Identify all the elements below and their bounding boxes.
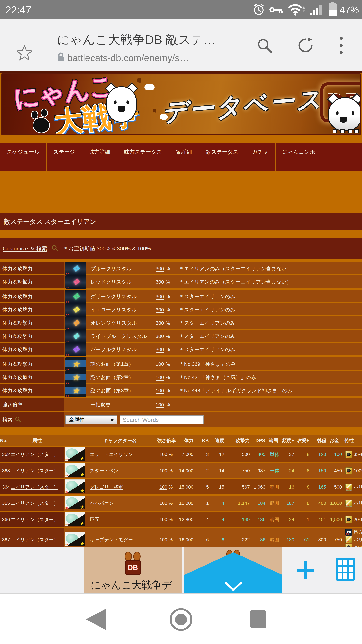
enemy-frequency: 24	[289, 468, 297, 474]
enemy-kb: 2	[206, 468, 212, 474]
enemy-multiplier-link[interactable]: 100	[159, 484, 167, 490]
enemy-kb: 5	[206, 484, 212, 490]
enemy-speed: 14	[219, 468, 227, 474]
enemy-range-type: 範囲	[270, 536, 279, 543]
android-navigation-bar	[0, 593, 362, 644]
enemy-multiplier-link[interactable]: 100	[159, 468, 167, 473]
treasure-percent-link[interactable]: 300	[156, 294, 164, 299]
enemy-multiplier-link[interactable]: 100	[159, 537, 167, 542]
back-button[interactable]	[86, 609, 106, 630]
treasure-row: 体力＆攻撃力 ❖ DB レッドクリスタル 300 % ＊エイリアンの	[0, 275, 362, 288]
enemy-name-link[interactable]: エリートエイリワン	[86, 451, 153, 458]
column-header[interactable]: 体力	[184, 438, 196, 444]
enemy-reach: 150	[318, 468, 329, 474]
treasure-name: 謎のお面（第1章）	[87, 361, 154, 368]
enemy-name-link[interactable]: キャプテン・モグー	[86, 536, 153, 543]
column-header[interactable]: KB	[202, 438, 212, 443]
overflow-menu-icon[interactable]	[339, 20, 343, 72]
treasure-percent-link[interactable]: 300	[156, 307, 164, 312]
enemy-money: 450	[334, 468, 345, 474]
db-watermark: DB	[346, 456, 349, 458]
enemy-range-type: 範囲	[270, 500, 279, 506]
enemy-dps: 937	[258, 468, 268, 474]
enemy-multiplier-link[interactable]: 100	[159, 452, 167, 457]
column-header[interactable]: 射程	[317, 438, 329, 444]
enemy-multiplier-link[interactable]: 100	[159, 517, 167, 522]
column-header[interactable]: お金	[329, 438, 345, 444]
enemy-attribute-link[interactable]: エイリアン（スター）	[11, 536, 64, 543]
db-watermark: DB	[346, 504, 349, 506]
enemy-attribute-link[interactable]: エイリアン（スター）	[11, 484, 64, 490]
db-watermark: DB	[65, 523, 68, 526]
treasure-percent-link[interactable]: 300	[156, 279, 164, 285]
attribute-select[interactable]: 全属性	[65, 415, 117, 424]
tab-switcher-button[interactable]	[336, 558, 355, 581]
nav-item[interactable]: ガチャ	[245, 142, 276, 171]
paw-print-icon	[31, 110, 56, 135]
enemy-no: 364	[0, 484, 11, 490]
treasure-percent-link[interactable]: 100	[156, 388, 164, 394]
enemy-thumbnail: ★ DB	[65, 496, 85, 510]
nav-item[interactable]: 味方ステータス	[117, 142, 169, 171]
enemy-traits: DB 100%	[345, 467, 362, 474]
enemy-attribute-link[interactable]: エイリアン（スター）	[11, 451, 64, 458]
bookmark-star-icon[interactable]	[16, 44, 33, 62]
treasure-percent-link[interactable]: 300	[156, 334, 164, 339]
recents-button[interactable]	[250, 610, 266, 628]
section-title-strip: 敵ステータス スターエイリアン	[0, 213, 362, 230]
site-banner[interactable]: にゃんこ 大戦争 データベース DB	[1, 73, 361, 135]
column-header[interactable]: 攻撃力	[236, 438, 252, 444]
enemy-name-link[interactable]: グレゴリー将軍	[86, 484, 153, 490]
nav-item[interactable]: 敵詳細	[169, 142, 199, 171]
treasure-percent-link[interactable]: 100	[156, 361, 164, 367]
column-header[interactable]: キャラクター名	[103, 438, 137, 444]
nav-item[interactable]: 味方詳細	[82, 142, 117, 171]
address-bar[interactable]: にゃんこ大戦争DB 敵ステ… battlecats-db.com/enemy/s…	[57, 32, 241, 64]
db-watermark: DB	[346, 488, 349, 490]
enemy-money: 750	[334, 537, 345, 542]
reload-button[interactable]	[298, 20, 313, 72]
column-header[interactable]: 特性	[345, 438, 362, 444]
nav-item[interactable]: 敵ステータス	[199, 142, 245, 171]
enemy-name-link[interactable]: ハハパオン	[86, 500, 153, 506]
home-button[interactable]	[170, 608, 192, 631]
enemy-attribute-link[interactable]: エイリアン（スター）	[11, 500, 64, 506]
trait-label: 遠方攻撃	[354, 529, 362, 535]
bulk-percent-link[interactable]: 100	[156, 402, 164, 408]
nav-item[interactable]: ステージ	[46, 142, 82, 171]
nav-item[interactable]: スケジュール	[0, 142, 46, 171]
alarm-icon	[253, 3, 265, 16]
column-header[interactable]: 速度	[215, 438, 227, 444]
enemy-attribute-link[interactable]: エイリアン（スター）	[11, 516, 64, 523]
browser-tab-current[interactable]: DB にゃんこ大戦争デ	[84, 547, 182, 593]
enemy-attribute-link[interactable]: エイリアン（スター）	[11, 468, 64, 474]
column-header[interactable]: 強さ倍率	[157, 438, 179, 444]
enemy-multiplier-link[interactable]: 100	[159, 500, 167, 506]
bulk-change-label: 一括変更	[87, 401, 154, 408]
browser-tab-second[interactable]: DB	[184, 547, 282, 593]
db-watermark: DB	[346, 541, 349, 543]
treasure-row-label: 体力＆攻撃力	[0, 387, 64, 394]
treasure-percent-link[interactable]: 300	[156, 320, 164, 326]
treasure-icon: ❖ DB	[65, 316, 86, 330]
column-header[interactable]: DPS	[255, 438, 265, 443]
column-header[interactable]: No.	[0, 438, 11, 443]
column-header[interactable]: 頻度F	[282, 438, 297, 444]
treasure-row-label: 体力＆攻撃力	[0, 293, 64, 300]
treasure-percent-link[interactable]: 100	[156, 374, 164, 380]
column-header[interactable]: 攻発F	[297, 438, 312, 444]
treasure-percent-link[interactable]: 300	[156, 266, 164, 272]
search-words-input[interactable]	[120, 415, 204, 424]
customize-link[interactable]: Customize ＆ 検索	[3, 245, 47, 252]
treasure-percent-link[interactable]: 300	[156, 347, 164, 352]
enemy-name-link[interactable]: スター・ペン	[86, 468, 153, 474]
enemy-name-link[interactable]: 巨匠	[86, 516, 153, 523]
collapse-overlay[interactable]	[184, 552, 282, 593]
new-tab-button[interactable]	[297, 562, 314, 579]
nav-item[interactable]: にゃんコンボ	[276, 142, 322, 171]
treasure-row: 体力＆攻撃力 ❖ DB グリーンクリスタル 300 % ＊スターエイ	[0, 290, 362, 302]
column-header[interactable]: 範囲	[269, 438, 281, 444]
db-watermark: DB	[66, 354, 69, 356]
column-header[interactable]: 属性	[32, 438, 42, 444]
search-button[interactable]	[256, 20, 273, 72]
